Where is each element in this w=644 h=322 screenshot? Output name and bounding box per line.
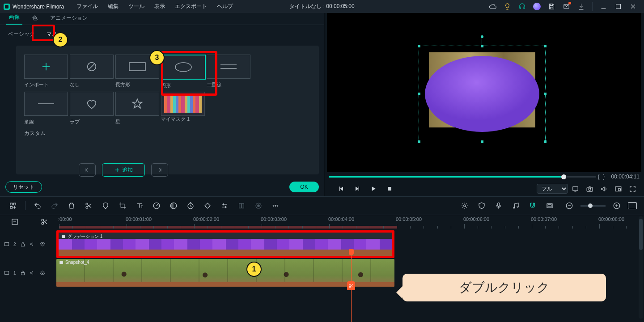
minimize-icon[interactable] bbox=[600, 3, 607, 10]
preview-pane: { } 00:00:04:11 フル bbox=[324, 13, 644, 196]
keyframe-diamond-icon[interactable] bbox=[203, 201, 212, 210]
adjust-icon[interactable] bbox=[220, 201, 229, 210]
redo-icon[interactable] bbox=[50, 201, 59, 210]
scrub-knob[interactable] bbox=[561, 174, 566, 179]
menu-view[interactable]: 表示 bbox=[154, 3, 165, 10]
eye-icon[interactable] bbox=[39, 270, 46, 276]
handle-bot-left[interactable] bbox=[418, 140, 420, 143]
ok-button[interactable]: OK bbox=[289, 182, 319, 192]
mask-single-line[interactable]: 単線 bbox=[24, 92, 67, 125]
crop-icon[interactable] bbox=[118, 201, 127, 210]
support-icon[interactable] bbox=[518, 3, 526, 10]
lock-icon[interactable] bbox=[20, 270, 26, 276]
preview-scale-select[interactable]: フル bbox=[537, 184, 568, 194]
handle-bot-right[interactable] bbox=[544, 140, 547, 143]
tab-animation[interactable]: アニメーション bbox=[47, 14, 90, 25]
scrub-track[interactable] bbox=[329, 176, 596, 178]
mask-mymask-1[interactable]: マイマスク 1 bbox=[161, 92, 204, 125]
group-icon[interactable] bbox=[237, 201, 246, 210]
render-icon[interactable] bbox=[460, 201, 469, 210]
svg-rect-12 bbox=[14, 203, 16, 205]
zoom-in-icon[interactable] bbox=[612, 201, 621, 210]
play-button[interactable] bbox=[369, 184, 378, 194]
step-fwd-button[interactable] bbox=[352, 184, 362, 194]
clip-gradation-1[interactable]: グラデーション 1 bbox=[56, 230, 394, 258]
speed-icon[interactable] bbox=[152, 201, 161, 210]
menu-edit[interactable]: 編集 bbox=[108, 3, 119, 10]
account-orb-icon[interactable] bbox=[533, 3, 541, 10]
tips-icon[interactable] bbox=[504, 3, 511, 10]
ruler-collapse-icon[interactable] bbox=[10, 217, 19, 226]
menu-file[interactable]: ファイル bbox=[76, 3, 98, 10]
mask-import[interactable]: インポート bbox=[24, 55, 67, 89]
cloud-icon[interactable] bbox=[489, 3, 496, 10]
music-icon[interactable] bbox=[511, 201, 520, 210]
snapshot-icon[interactable] bbox=[585, 185, 593, 193]
more-icon[interactable] bbox=[271, 201, 280, 210]
prev-keyframe-button[interactable] bbox=[79, 163, 96, 177]
pip-icon[interactable] bbox=[614, 185, 622, 193]
mark-out-icon[interactable]: } bbox=[603, 174, 605, 180]
stop-button[interactable] bbox=[385, 184, 394, 194]
mic-icon[interactable] bbox=[494, 201, 503, 210]
handle-top-mid[interactable] bbox=[481, 45, 483, 47]
download-icon[interactable] bbox=[577, 3, 585, 10]
handle-mid-left[interactable] bbox=[418, 93, 420, 95]
zoom-slider[interactable] bbox=[580, 205, 606, 207]
mask-love[interactable]: ラブ bbox=[70, 92, 113, 125]
magnet-icon[interactable] bbox=[528, 201, 537, 210]
inbox-icon[interactable] bbox=[563, 3, 570, 10]
text-icon[interactable] bbox=[135, 201, 144, 210]
time-ruler[interactable]: :00:0000:00:01:0000:00:02:0000:00:03:000… bbox=[59, 215, 644, 229]
rotate-handle[interactable] bbox=[481, 35, 483, 38]
next-keyframe-button[interactable] bbox=[151, 163, 168, 177]
volume-icon[interactable] bbox=[600, 185, 608, 193]
safe-zone-icon[interactable] bbox=[545, 201, 554, 210]
zoom-fit-icon[interactable] bbox=[628, 202, 637, 209]
clip-snapshot-4[interactable]: Snapshot_4 bbox=[56, 259, 394, 287]
delete-icon[interactable] bbox=[67, 201, 76, 210]
record-icon[interactable] bbox=[254, 201, 263, 210]
mask-none[interactable]: なし bbox=[70, 55, 113, 89]
fullscreen-icon[interactable] bbox=[628, 185, 636, 193]
display-mode-icon[interactable] bbox=[571, 185, 579, 193]
marker-icon[interactable] bbox=[101, 201, 110, 210]
add-track-icon[interactable] bbox=[8, 201, 17, 210]
mute-icon[interactable] bbox=[30, 241, 36, 247]
save-icon[interactable] bbox=[548, 3, 555, 10]
razor-icon[interactable] bbox=[40, 217, 49, 226]
timeline-zoom bbox=[561, 201, 637, 210]
svg-rect-0 bbox=[616, 4, 621, 9]
add-keyframe-button[interactable]: 追加 bbox=[102, 163, 145, 177]
undo-icon[interactable] bbox=[33, 201, 42, 210]
mute-icon[interactable] bbox=[30, 270, 36, 276]
playhead[interactable] bbox=[351, 249, 352, 322]
lock-icon[interactable] bbox=[20, 241, 26, 247]
handle-top-right[interactable] bbox=[544, 45, 547, 47]
split-icon[interactable] bbox=[84, 201, 93, 210]
timeline-scrollbar[interactable] bbox=[639, 216, 643, 319]
playhead-cut-icon[interactable] bbox=[347, 281, 355, 290]
handle-mid-right[interactable] bbox=[544, 93, 547, 95]
preview-canvas[interactable] bbox=[327, 13, 641, 172]
shield-icon[interactable] bbox=[477, 201, 486, 210]
menu-export[interactable]: エクスポート bbox=[175, 3, 207, 10]
reset-button[interactable]: リセット bbox=[5, 181, 42, 193]
eye-icon[interactable] bbox=[39, 241, 46, 247]
handle-top-left[interactable] bbox=[418, 45, 420, 47]
handle-bot-mid[interactable] bbox=[481, 140, 483, 143]
mask-star[interactable]: 星 bbox=[115, 92, 158, 125]
zoom-out-icon[interactable] bbox=[565, 201, 574, 210]
timer-icon[interactable] bbox=[186, 201, 195, 210]
tab-image[interactable]: 画像 bbox=[6, 13, 22, 25]
playhead-cap-icon[interactable] bbox=[349, 249, 354, 255]
menu-tools[interactable]: ツール bbox=[128, 3, 144, 10]
pane-divider[interactable] bbox=[324, 13, 325, 196]
close-icon[interactable] bbox=[629, 3, 637, 10]
tab-color[interactable]: 色 bbox=[30, 14, 40, 25]
mark-in-icon[interactable]: { bbox=[598, 174, 600, 180]
maximize-icon[interactable] bbox=[614, 3, 622, 10]
menu-help[interactable]: ヘルプ bbox=[217, 3, 233, 10]
color-icon[interactable] bbox=[169, 201, 178, 210]
step-back-button[interactable] bbox=[336, 184, 346, 194]
